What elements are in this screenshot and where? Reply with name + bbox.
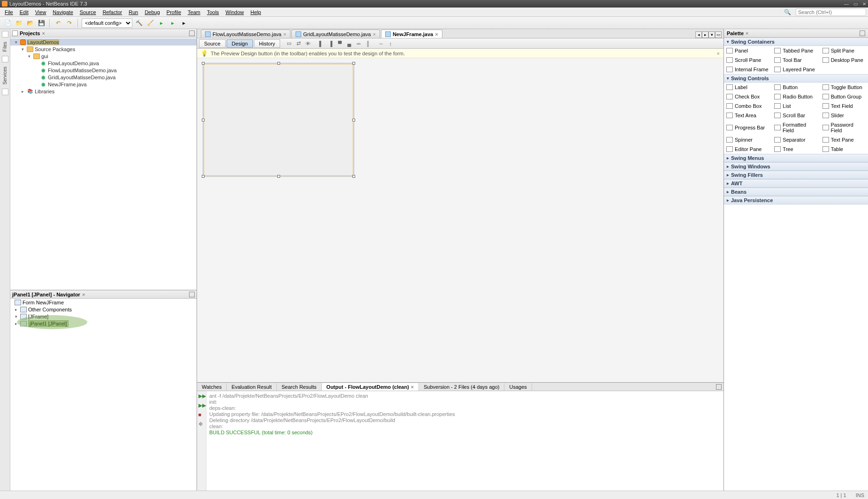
navigator-close-icon[interactable]: ×: [82, 292, 85, 297]
palette-item[interactable]: Formatted Field: [772, 120, 820, 135]
maximize-icon[interactable]: ▭: [853, 1, 858, 7]
pane-minimize-icon[interactable]: [189, 292, 195, 297]
java-file-node[interactable]: ◉FlowLayoutMatisseDemo.java: [10, 67, 197, 74]
package-node[interactable]: ▾gui: [10, 53, 197, 60]
palette-item[interactable]: Button Group: [820, 92, 868, 101]
palette-group-header[interactable]: ▸ Swing Fillers: [724, 171, 868, 179]
center-h-icon[interactable]: ═: [354, 39, 363, 48]
palette-group-header[interactable]: ▸ AWT: [724, 179, 868, 188]
palette-item[interactable]: Table: [820, 144, 868, 154]
menu-run[interactable]: Run: [126, 8, 141, 16]
palette-item[interactable]: Check Box: [724, 92, 772, 101]
palette-item[interactable]: Combo Box: [724, 101, 772, 111]
save-all-button[interactable]: 💾: [37, 18, 46, 28]
align-right-icon[interactable]: ▐: [326, 39, 335, 48]
design-view-button[interactable]: Design: [227, 39, 253, 48]
palette-item[interactable]: Internal Frame: [724, 65, 772, 74]
palette-item[interactable]: Password Field: [820, 120, 868, 135]
palette-item[interactable]: Label: [724, 83, 772, 92]
settings-gutter-icon[interactable]: ✲: [198, 421, 205, 428]
menu-tools[interactable]: Tools: [204, 8, 222, 16]
output-tab-usages[interactable]: Usages: [504, 383, 532, 391]
palette-item[interactable]: Radio Button: [772, 92, 820, 101]
pane-minimize-icon[interactable]: [860, 30, 865, 36]
projects-close-icon[interactable]: ×: [42, 30, 45, 36]
palette-item[interactable]: Scroll Bar: [772, 111, 820, 120]
output-tab-search[interactable]: Search Results: [277, 383, 322, 391]
palette-item[interactable]: Split Pane: [820, 46, 868, 55]
java-file-node[interactable]: ◉NewJFrame.java: [10, 81, 197, 88]
open-project-button[interactable]: 📂: [25, 18, 35, 28]
palette-item[interactable]: Toggle Button: [820, 83, 868, 92]
project-node[interactable]: ▾LayoutDemos: [10, 38, 197, 45]
palette-item[interactable]: Spinner: [724, 135, 772, 144]
palette-close-icon[interactable]: ×: [746, 30, 748, 36]
tab-close-icon[interactable]: ×: [411, 384, 414, 390]
palette-item[interactable]: Tool Bar: [772, 55, 820, 65]
palette-item[interactable]: Tree: [772, 144, 820, 154]
selection-mode-icon[interactable]: ▭: [285, 39, 293, 48]
palette-group-header[interactable]: ▾ Swing Controls: [724, 74, 868, 83]
java-file-node[interactable]: ◉FlowLayoutDemo.java: [10, 60, 197, 67]
output-tab-eval[interactable]: Evaluation Result: [227, 383, 277, 391]
palette-item[interactable]: Panel: [724, 46, 772, 55]
palette-group-header[interactable]: ▸ Swing Windows: [724, 162, 868, 171]
menu-edit[interactable]: Edit: [17, 8, 31, 16]
palette-item[interactable]: Separator: [772, 135, 820, 144]
palette-item[interactable]: Layered Pane: [772, 65, 820, 74]
rail-icon[interactable]: [2, 56, 8, 62]
palette-group-header[interactable]: ▸ Swing Menus: [724, 154, 868, 162]
java-file-node[interactable]: ◉GridLayoutMatisseDemo.java: [10, 74, 197, 81]
menu-file[interactable]: File: [2, 8, 16, 16]
menu-window[interactable]: Window: [223, 8, 247, 16]
align-left-icon[interactable]: ▌: [317, 39, 325, 48]
palette-item[interactable]: Button: [772, 83, 820, 92]
palette-group-header[interactable]: ▸ Java Persistence: [724, 196, 868, 204]
output-tab-output[interactable]: Output - FlowLayoutDemo (clean)×: [322, 383, 419, 391]
source-packages-node[interactable]: ▾Source Packages: [10, 45, 197, 53]
jframe-preview[interactable]: [203, 63, 354, 177]
rail-tab-services[interactable]: Services: [2, 65, 8, 86]
output-minimize-icon[interactable]: [716, 384, 722, 390]
quick-search-input[interactable]: [796, 8, 866, 16]
menu-source[interactable]: Source: [77, 8, 99, 16]
connection-mode-icon[interactable]: ⇄: [294, 39, 303, 48]
debug-button[interactable]: ▸: [168, 18, 177, 28]
preview-design-icon[interactable]: 👁: [304, 39, 312, 48]
pane-minimize-icon[interactable]: [189, 30, 195, 36]
jpanel-node[interactable]: ▸jPanel1 [JPanel]: [10, 320, 197, 327]
jpanel-preview[interactable]: [204, 64, 353, 176]
resize-v-icon[interactable]: ↕: [386, 39, 395, 48]
new-project-button[interactable]: 📁: [14, 18, 23, 28]
profile-button[interactable]: ▸: [179, 18, 189, 28]
menu-profile[interactable]: Profile: [164, 8, 184, 16]
menu-refactor[interactable]: Refactor: [100, 8, 125, 16]
run-config-select[interactable]: <default config>: [82, 18, 132, 28]
tab-scroll-right-icon[interactable]: ▸: [702, 31, 708, 38]
palette-group-header[interactable]: ▸ Beans: [724, 188, 868, 196]
jframe-node[interactable]: ▾[JFrame]: [10, 313, 197, 320]
palette-item[interactable]: List: [772, 101, 820, 111]
close-icon[interactable]: ✕: [862, 1, 866, 7]
run-gutter-icon[interactable]: ▶▶: [198, 402, 205, 409]
align-top-icon[interactable]: ▀: [335, 39, 344, 48]
libraries-node[interactable]: ▸Libraries: [10, 88, 197, 95]
new-file-button[interactable]: 📄: [3, 18, 12, 28]
build-button[interactable]: 🔨: [134, 18, 144, 28]
menu-view[interactable]: View: [32, 8, 49, 16]
run-gutter-icon[interactable]: ▶▶: [198, 393, 205, 400]
output-tab-watches[interactable]: Watches: [197, 383, 227, 391]
palette-item[interactable]: Text Field: [820, 101, 868, 111]
redo-button[interactable]: ↷: [65, 18, 74, 28]
palette-item[interactable]: Text Area: [724, 111, 772, 120]
output-console[interactable]: ant -f /data/Projekte/NetBeansProjects/E…: [206, 391, 723, 491]
output-tab-svn[interactable]: Subversion - 2 Files (4 days ago): [419, 383, 504, 391]
palette-group-header[interactable]: ▾ Swing Containers: [724, 38, 868, 46]
undo-button[interactable]: ↶: [53, 18, 63, 28]
palette-item[interactable]: Slider: [820, 111, 868, 120]
tab-close-icon[interactable]: ×: [373, 31, 375, 37]
menu-navigate[interactable]: Navigate: [50, 8, 76, 16]
form-root-node[interactable]: Form NewJFrame: [10, 299, 197, 306]
rail-tab-files[interactable]: Files: [2, 40, 8, 53]
menu-team[interactable]: Team: [185, 8, 203, 16]
